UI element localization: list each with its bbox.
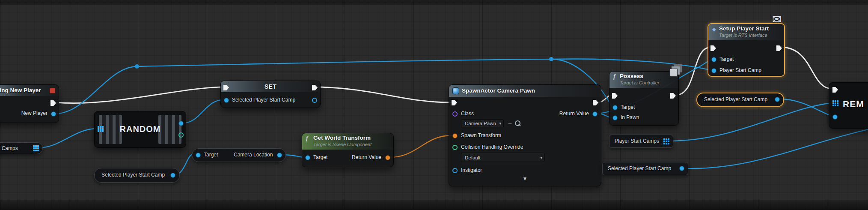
var-label: Selected Player Start Camp	[608, 165, 671, 171]
array-in-pin-icon[interactable]	[832, 100, 834, 102]
browse-magnifier-icon[interactable]	[515, 120, 520, 126]
player-start-camp-pin[interactable]	[711, 68, 716, 73]
random-secondary-out-pin[interactable]	[178, 132, 184, 138]
var-label: Selected Player Start Camp	[704, 96, 767, 102]
spawn-actor-title: SpawnActor Camera Pawn	[462, 87, 535, 94]
return-value-pin[interactable]	[385, 155, 390, 160]
return-pin-label: Return Value	[352, 154, 381, 160]
event-flag-icon	[50, 88, 55, 93]
return-pin-label: Return Value	[559, 111, 589, 117]
spawn-transform-label: Spawn Transform	[461, 132, 501, 138]
gwt-subtitle: Target is Scene Component	[313, 142, 372, 147]
chevron-down-icon: ▾	[499, 120, 501, 127]
random-macro-node[interactable]: RANDOM	[94, 111, 186, 148]
new-player-pin[interactable]	[51, 111, 56, 117]
camera-location-node[interactable]: Target Camera Location	[192, 148, 286, 162]
reroute-node[interactable]	[549, 57, 553, 61]
interface-diamond-icon: ◆	[712, 27, 716, 32]
setup-target-pin[interactable]	[711, 57, 716, 62]
var-label: Selected Player Start Camp	[101, 172, 165, 178]
target-in-pin[interactable]	[196, 153, 201, 158]
instigator-pin[interactable]	[452, 168, 458, 173]
setup-subtitle: Target is RTS Interface	[719, 33, 767, 38]
exec-wire-setup-to-remove[interactable]	[781, 47, 832, 89]
selected-camp-var-left[interactable]: Selected Player Start Camp	[94, 168, 180, 183]
interface-message-envelope-icon: ✉	[772, 13, 782, 26]
player-start-camps-var-left[interactable]: tart Camps	[0, 142, 43, 154]
setup-target-label: Target	[719, 56, 734, 62]
possess-title: Possess	[620, 73, 643, 79]
array-pin-icon[interactable]	[33, 145, 35, 147]
set-value-pin[interactable]	[224, 98, 229, 103]
exec-out-pin[interactable]	[593, 100, 598, 105]
function-icon: f	[613, 73, 615, 80]
exec-out-pin[interactable]	[670, 93, 676, 99]
exec-out-pin[interactable]	[776, 45, 782, 51]
reroute-node[interactable]	[135, 64, 139, 69]
data-wire-selected-bottom-right[interactable]	[684, 129, 868, 168]
var-label: tart Camps	[0, 145, 18, 151]
chevron-down-icon: ▾	[540, 153, 542, 162]
array-in-pin-icon[interactable]	[98, 126, 99, 128]
item-in-pin[interactable]	[832, 114, 838, 120]
collision-handling-pin[interactable]	[452, 145, 458, 150]
target-pin-label: Target	[313, 154, 327, 160]
target-in-pin[interactable]	[305, 155, 310, 160]
possess-node[interactable]: f Possess Target is Controller Target In…	[609, 71, 679, 126]
expand-node-chevron-icon[interactable]: ▼	[523, 176, 528, 182]
exec-wire-possess-to-setup[interactable]	[675, 47, 711, 95]
possess-target-pin[interactable]	[612, 105, 618, 110]
get-world-transform-node[interactable]: f Get World Transform Target is Scene Co…	[302, 133, 394, 167]
setup-player-start-node[interactable]: ◆ Setup Player Start Target is RTS Inter…	[707, 23, 785, 77]
data-wire-to-player-start-camp[interactable]	[551, 59, 711, 70]
in-pawn-pin[interactable]	[612, 115, 618, 120]
player-start-camp-label: Player Start Camp	[719, 67, 761, 73]
setup-title: Setup Player Start	[719, 25, 769, 32]
possess-target-label: Target	[621, 104, 635, 110]
spawn-actor-node[interactable]: SpawnActor Camera Pawn Class Return Valu…	[449, 84, 601, 186]
set-node-title: SET	[221, 83, 320, 90]
var-label: Player Start Camps	[615, 138, 659, 144]
class-dropdown-value: Camera Pawn	[465, 121, 496, 126]
target-label: Target	[204, 152, 218, 158]
remove-node-title: REM	[843, 99, 864, 109]
collision-handling-dropdown[interactable]: Default ▾	[461, 153, 545, 162]
spawn-transform-pin[interactable]	[452, 133, 458, 138]
gwt-title: Get World Transform	[313, 135, 371, 141]
camera-location-out-pin[interactable]	[277, 153, 282, 158]
use-asset-arrow-icon[interactable]: ←	[507, 120, 513, 126]
class-dropdown[interactable]: Camera Pawn ▾	[461, 119, 504, 127]
return-value-pin[interactable]	[592, 111, 597, 117]
player-start-camps-var[interactable]: Player Start Camps	[609, 135, 673, 148]
var-out-pin[interactable]	[170, 173, 175, 178]
in-pawn-label: In Pawn	[621, 114, 639, 120]
transform-wire-gwt-to-spawn[interactable]	[390, 135, 452, 157]
class-pin[interactable]	[452, 111, 458, 117]
exec-in-pin[interactable]	[832, 87, 838, 93]
data-wire-camps-to-random[interactable]	[39, 129, 97, 148]
var-out-pin[interactable]	[679, 166, 684, 171]
exec-in-pin[interactable]	[710, 45, 716, 51]
array-pin-icon[interactable]	[663, 138, 665, 140]
exec-out-pin[interactable]	[51, 100, 56, 106]
exec-wire-event-to-set[interactable]	[56, 87, 223, 103]
selected-camp-var-right[interactable]: Selected Player Start Camp	[696, 93, 784, 107]
event-node-new-player[interactable]: ting New Player New Player	[0, 84, 59, 123]
remove-node[interactable]: REM	[829, 82, 868, 129]
exec-in-pin[interactable]	[612, 93, 618, 99]
set-out-pin[interactable]	[312, 98, 317, 103]
selected-camp-var-bottom[interactable]: Selected Player Start Camp	[602, 162, 688, 175]
data-wire-random-to-set[interactable]	[183, 100, 223, 123]
set-node[interactable]: SET Selected Player Start Camp	[220, 81, 321, 108]
possess-subtitle: Target is Controller	[620, 80, 660, 85]
var-out-pin[interactable]	[775, 97, 780, 102]
exec-wire-set-to-spawn[interactable]	[317, 87, 451, 102]
event-node-title: ting New Player	[0, 87, 41, 93]
data-wire-camps-to-remove[interactable]	[669, 103, 832, 141]
random-node-title: RANDOM	[95, 124, 186, 134]
stacked-sheets-icon	[669, 69, 678, 77]
exec-in-pin[interactable]	[452, 100, 457, 105]
camera-location-label: Camera Location	[234, 152, 273, 158]
random-out-pin[interactable]	[178, 121, 184, 126]
blueprint-graph-canvas[interactable]: ting New Player New Player tart Camps RA…	[0, 0, 868, 210]
